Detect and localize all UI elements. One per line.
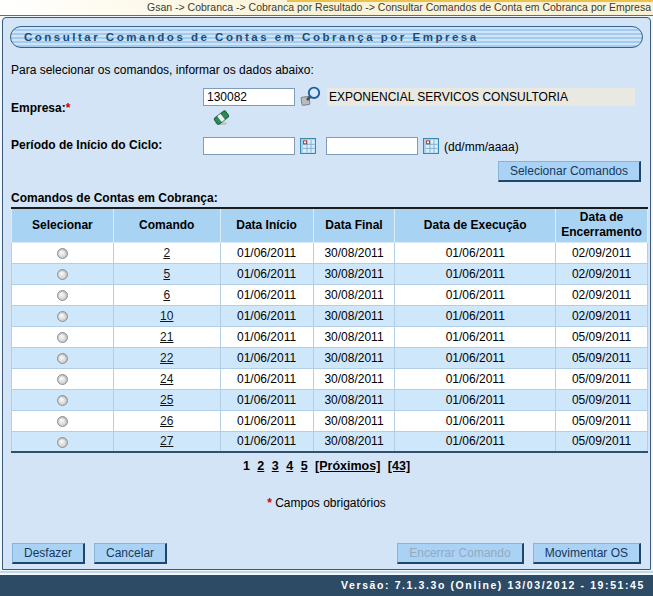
empresa-name-field: EXPONENCIAL SERVICOS CONSULTORIA	[327, 88, 635, 106]
cell-data-encerramento: 02/09/2011	[556, 263, 648, 284]
cell-data-inicio: 01/06/2011	[220, 410, 313, 431]
comando-link[interactable]: 5	[163, 267, 170, 281]
select-command-radio[interactable]	[57, 353, 68, 364]
comando-link[interactable]: 21	[160, 330, 173, 344]
select-command-radio[interactable]	[57, 395, 68, 406]
periodo-fim-input[interactable]	[326, 137, 418, 155]
table-row: 26 01/06/2011 30/08/2011 01/06/2011 05/0…	[12, 410, 648, 431]
select-command-radio[interactable]	[57, 332, 68, 343]
cell-data-final: 30/08/2011	[313, 368, 395, 389]
cell-data-inicio: 01/06/2011	[220, 368, 313, 389]
select-command-radio[interactable]	[57, 290, 68, 301]
pagination-current-page: 1	[243, 459, 250, 473]
select-command-radio[interactable]	[57, 374, 68, 385]
comando-link[interactable]: 24	[160, 372, 173, 386]
cell-data-encerramento: 05/09/2011	[556, 431, 648, 452]
periodo-label: Período de Início do Ciclo:	[11, 135, 203, 156]
empresa-fields: EXPONENCIAL SERVICOS CONSULTORIA	[203, 86, 635, 127]
table-row: 2 01/06/2011 30/08/2011 01/06/2011 02/09…	[12, 242, 648, 263]
comando-link[interactable]: 22	[160, 351, 173, 365]
select-command-radio[interactable]	[57, 269, 68, 280]
pagination-page-link[interactable]: 3	[272, 459, 279, 473]
table-row: 24 01/06/2011 30/08/2011 01/06/2011 05/0…	[12, 368, 648, 389]
cell-data-inicio: 01/06/2011	[220, 389, 313, 410]
instructions-text: Para selecionar os comandos, informar os…	[11, 63, 642, 77]
pagination-page-link[interactable]: 4	[286, 459, 293, 473]
cell-data-encerramento: 02/09/2011	[556, 305, 648, 326]
cell-data-inicio: 01/06/2011	[220, 431, 313, 452]
cell-data-encerramento: 05/09/2011	[556, 410, 648, 431]
header-data-final: Data Final	[313, 208, 395, 242]
cell-data-execucao: 01/06/2011	[395, 347, 556, 368]
cell-data-execucao: 01/06/2011	[395, 305, 556, 326]
cell-data-execucao: 01/06/2011	[395, 368, 556, 389]
cell-data-inicio: 01/06/2011	[220, 263, 313, 284]
cell-data-execucao: 01/06/2011	[395, 410, 556, 431]
required-fields-note: * Campos obrigatórios	[3, 496, 650, 510]
pagination-page-link[interactable]: 5	[301, 459, 308, 473]
search-empresa-button[interactable]	[300, 86, 323, 107]
cell-data-final: 30/08/2011	[313, 389, 395, 410]
table-row: 27 01/06/2011 30/08/2011 01/06/2011 05/0…	[12, 431, 648, 452]
periodo-inicio-input[interactable]	[203, 137, 295, 155]
encerrar-comando-button: Encerrar Comando	[397, 543, 523, 564]
cell-data-encerramento: 05/09/2011	[556, 326, 648, 347]
clear-empresa-button[interactable]	[212, 108, 231, 126]
cell-data-inicio: 01/06/2011	[220, 242, 313, 263]
select-command-radio[interactable]	[57, 248, 68, 259]
table-row: 21 01/06/2011 30/08/2011 01/06/2011 05/0…	[12, 326, 648, 347]
cell-data-final: 30/08/2011	[313, 410, 395, 431]
cell-data-execucao: 01/06/2011	[395, 431, 556, 452]
select-command-radio[interactable]	[57, 437, 68, 448]
comando-link[interactable]: 26	[160, 414, 173, 428]
calendar-fim-button[interactable]	[423, 138, 439, 154]
desfazer-button[interactable]: Desfazer	[12, 543, 85, 564]
header-data-execucao: Data de Execução	[395, 208, 556, 242]
breadcrumb-text: Gsan -> Cobranca -> Cobranca por Resulta…	[147, 1, 651, 13]
cell-data-execucao: 01/06/2011	[395, 326, 556, 347]
movimentar-os-button[interactable]: Movimentar OS	[533, 543, 641, 564]
comando-link[interactable]: 2	[163, 246, 170, 260]
select-command-radio[interactable]	[57, 311, 68, 322]
comando-link[interactable]: 6	[163, 288, 170, 302]
pagination-page-link[interactable]: 2	[257, 459, 264, 473]
comando-link[interactable]: 27	[160, 434, 173, 448]
date-format-hint: (dd/mm/aaaa)	[444, 138, 519, 154]
main-panel: Consultar Comandos de Contas em Cobrança…	[2, 17, 651, 570]
footer-version-bar: Versão: 7.1.3.3o (Online) 13/03/2012 - 1…	[0, 575, 653, 596]
header-data-inicio: Data Início	[220, 208, 313, 242]
calendar-inicio-button[interactable]	[300, 138, 316, 154]
action-buttons: Desfazer Cancelar Encerrar Comando Movim…	[12, 543, 641, 564]
version-text: Versão: 7.1.3.3o (Online) 13/03/2012 - 1…	[341, 579, 645, 591]
table-row: 22 01/06/2011 30/08/2011 01/06/2011 05/0…	[12, 347, 648, 368]
calendar-icon	[423, 138, 439, 154]
cell-data-encerramento: 05/09/2011	[556, 347, 648, 368]
cell-data-final: 30/08/2011	[313, 431, 395, 452]
divider	[0, 571, 653, 573]
table-row: 6 01/06/2011 30/08/2011 01/06/2011 02/09…	[12, 284, 648, 305]
cancelar-button[interactable]: Cancelar	[94, 543, 167, 564]
periodo-row: Período de Início do Ciclo:	[11, 135, 642, 156]
selecionar-comandos-button[interactable]: Selecionar Comandos	[498, 161, 641, 182]
comando-link[interactable]: 10	[160, 309, 173, 323]
empresa-label: Empresa:*	[11, 98, 203, 115]
empresa-row: Empresa:* EXPONENCIAL SERVICOS CONSULTOR…	[11, 86, 642, 127]
select-command-radio[interactable]	[57, 416, 68, 427]
pagination-next-link[interactable]: [Próximos]	[315, 459, 380, 473]
empresa-code-input[interactable]	[203, 88, 295, 106]
comando-link[interactable]: 25	[160, 393, 173, 407]
required-asterisk: *	[66, 101, 71, 115]
cell-data-execucao: 01/06/2011	[395, 263, 556, 284]
cell-data-inicio: 01/06/2011	[220, 326, 313, 347]
comandos-table: Selecionar Comando Data Início Data Fina…	[11, 207, 648, 453]
cell-data-execucao: 01/06/2011	[395, 284, 556, 305]
cell-data-encerramento: 02/09/2011	[556, 284, 648, 305]
pagination-last-link[interactable]: [43]	[388, 459, 410, 473]
breadcrumb: Gsan -> Cobranca -> Cobranca por Resulta…	[0, 0, 653, 16]
table-row: 10 01/06/2011 30/08/2011 01/06/2011 02/0…	[12, 305, 648, 326]
cell-data-final: 30/08/2011	[313, 326, 395, 347]
page-title: Consultar Comandos de Contas em Cobrança…	[10, 26, 643, 48]
table-row: 25 01/06/2011 30/08/2011 01/06/2011 05/0…	[12, 389, 648, 410]
magnifier-icon	[300, 86, 323, 107]
header-comando: Comando	[113, 208, 220, 242]
